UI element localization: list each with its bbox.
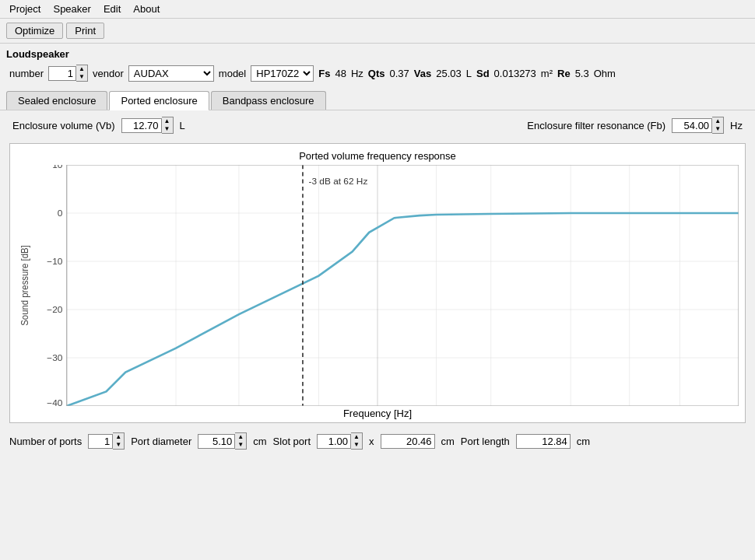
vas-unit: L (466, 68, 472, 79)
volume-spinner[interactable]: ▲ ▼ (121, 117, 174, 134)
optimize-button[interactable]: Optimize (6, 23, 63, 39)
slot-down1[interactable]: ▼ (351, 441, 362, 449)
num-ports-input[interactable] (88, 434, 113, 449)
volume-input[interactable] (121, 118, 162, 133)
model-select[interactable]: HP170Z2 HP210Z0 HP160Z0 (251, 65, 314, 82)
number-up[interactable]: ▲ (76, 65, 87, 73)
ports-row: Number of ports ▲ ▼ Port diameter ▲ ▼ cm… (0, 426, 755, 456)
filter-down[interactable]: ▼ (712, 125, 723, 133)
diameter-down[interactable]: ▼ (235, 441, 246, 449)
fs-value: 48 (335, 68, 346, 79)
slot-up1[interactable]: ▲ (351, 433, 362, 441)
volume-up[interactable]: ▲ (162, 117, 173, 125)
svg-text:−10: −10 (47, 256, 62, 266)
svg-text:Sound pressure [dB]: Sound pressure [dB] (19, 245, 30, 326)
tab-bandpass[interactable]: Bandpass enclosure (211, 91, 326, 110)
tab-ported[interactable]: Ported enclosure (109, 91, 209, 110)
diameter-up[interactable]: ▲ (235, 433, 246, 441)
vas-value: 25.03 (436, 68, 462, 79)
sd-unit: m² (541, 68, 553, 79)
diameter-spinner[interactable]: ▲ ▼ (198, 432, 247, 450)
svg-rect-28 (67, 165, 739, 406)
num-ports-spinner[interactable]: ▲ ▼ (88, 432, 125, 450)
volume-label: Enclosure volume (Vb) (12, 120, 115, 131)
menubar: Project Speaker Edit About (0, 0, 755, 19)
filter-input[interactable] (672, 118, 712, 133)
diameter-input[interactable] (198, 434, 235, 449)
num-ports-down[interactable]: ▼ (113, 441, 124, 449)
chart-svg: 10 0 −10 −20 −30 −40 10 100 1000 -3 dB a… (16, 165, 739, 406)
length-input[interactable] (516, 434, 571, 449)
slot-unit: cm (441, 436, 455, 447)
fs-label: Fs (318, 68, 330, 79)
menu-speaker[interactable]: Speaker (47, 2, 97, 16)
number-input[interactable] (48, 66, 76, 81)
model-label: model (219, 68, 246, 79)
slot-input2[interactable] (381, 434, 435, 449)
chart-title: Ported volume frequency response (16, 150, 739, 162)
chart-area: 10 0 −10 −20 −30 −40 10 100 1000 -3 dB a… (16, 165, 739, 406)
svg-text:0: 0 (58, 208, 63, 218)
re-label: Re (557, 68, 571, 79)
length-unit: cm (577, 436, 590, 447)
volume-unit: L (180, 120, 185, 131)
svg-text:10: 10 (52, 165, 62, 170)
diameter-label: Port diameter (131, 436, 191, 447)
svg-text:−20: −20 (47, 304, 62, 314)
number-spinner[interactable]: ▲ ▼ (48, 65, 88, 82)
slot-label: Slot port (273, 436, 311, 447)
sd-value: 0.013273 (494, 68, 536, 79)
number-label: number (9, 68, 44, 79)
enclosure-controls: Enclosure volume (Vb) ▲ ▼ L Enclosure fi… (0, 110, 755, 140)
toolbar: Optimize Print (0, 19, 755, 44)
tabs-container: Sealed enclosure Ported enclosure Bandpa… (0, 85, 755, 110)
vendor-select[interactable]: AUDAX FOCAL SEAS SCAN-SPEAK (128, 65, 214, 82)
length-label: Port length (461, 436, 510, 447)
filter-label: Enclosure filter resonance (Fb) (527, 120, 665, 131)
number-down[interactable]: ▼ (76, 73, 87, 81)
vendor-label: vendor (93, 68, 124, 79)
svg-text:−40: −40 (47, 397, 62, 406)
filter-up[interactable]: ▲ (712, 117, 723, 125)
volume-down[interactable]: ▼ (162, 125, 173, 133)
vas-label: Vas (414, 68, 431, 79)
svg-text:−30: −30 (47, 352, 62, 362)
speaker-row: number ▲ ▼ vendor AUDAX FOCAL SEAS SCAN-… (0, 61, 755, 85)
chart-container: Ported volume frequency response (9, 143, 746, 423)
slot-spinner1[interactable]: ▲ ▼ (317, 432, 363, 450)
x-axis-label: Frequency [Hz] (16, 408, 739, 419)
diameter-unit: cm (253, 436, 266, 447)
re-value: 5.3 (575, 68, 589, 79)
loudspeaker-section-label: Loudspeaker (0, 44, 755, 61)
slot-x: x (369, 436, 374, 447)
qts-label: Qts (368, 68, 385, 79)
menu-about[interactable]: About (127, 2, 166, 16)
re-unit: Ohm (594, 68, 616, 79)
qts-value: 0.37 (389, 68, 409, 79)
num-ports-up[interactable]: ▲ (113, 433, 124, 441)
num-ports-label: Number of ports (9, 436, 82, 447)
filter-spinner[interactable]: ▲ ▼ (672, 117, 724, 134)
menu-edit[interactable]: Edit (97, 2, 127, 16)
tab-sealed[interactable]: Sealed enclosure (6, 91, 107, 110)
menu-project[interactable]: Project (3, 2, 47, 16)
print-button[interactable]: Print (66, 23, 104, 39)
slot-input1[interactable] (317, 434, 351, 449)
fs-unit: Hz (351, 68, 363, 79)
svg-text:-3 dB at 62 Hz: -3 dB at 62 Hz (309, 176, 368, 186)
filter-unit: Hz (730, 120, 743, 131)
sd-label: Sd (476, 68, 490, 79)
